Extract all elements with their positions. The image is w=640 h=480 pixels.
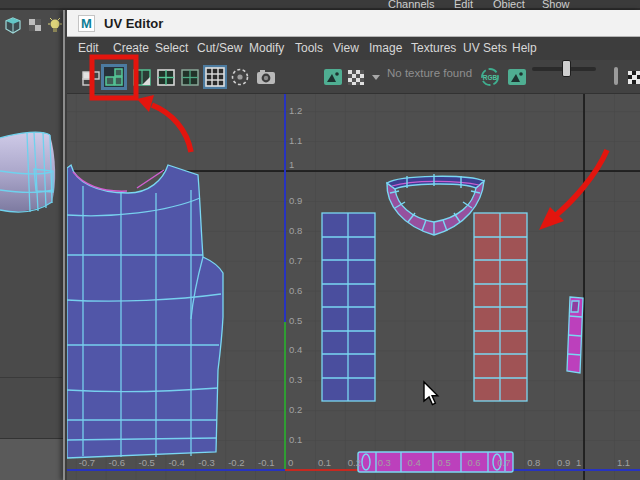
v-tick: 0.2 [289, 404, 302, 415]
menu-create[interactable]: Create [113, 41, 149, 55]
uv-editor-window: M UV Editor Edit Create Select Cut/Sew M… [63, 10, 640, 480]
u-tick: 0.2 [348, 457, 361, 468]
window-title: UV Editor [104, 16, 163, 31]
u-tick: 0.1 [318, 457, 331, 468]
menu-view[interactable]: View [333, 41, 359, 55]
u-tick: 0.3 [378, 457, 391, 468]
main-menu-strip: Channels Edit Object Show [0, 0, 640, 10]
statusline-icons [4, 16, 62, 36]
menu-modify[interactable]: Modify [249, 41, 284, 55]
lightbulb-icon[interactable] [48, 18, 62, 32]
u-tick: 1.1 [617, 457, 630, 468]
u-tick: -0.5 [139, 457, 155, 468]
menu-textures[interactable]: Textures [411, 41, 456, 55]
v-tick: 0.6 [289, 285, 302, 296]
uv-lattice-icon[interactable] [81, 67, 101, 87]
menu-uvsets[interactable]: UV Sets [463, 41, 507, 55]
v-tick: 1.2 [289, 105, 302, 116]
u-tick: -0.3 [198, 457, 214, 468]
menu-cutsew[interactable]: Cut/Sew [197, 41, 242, 55]
checker-map-icon[interactable] [346, 67, 366, 87]
uv-snapshot-camera-icon[interactable] [256, 67, 276, 87]
menu-tools[interactable]: Tools [295, 41, 323, 55]
uv-editor-menubar: Edit Create Select Cut/Sew Modify Tools … [67, 37, 640, 60]
uv-editor-toolbar: No texture found RGB [67, 60, 640, 94]
exposure-slider[interactable] [532, 67, 596, 71]
uv-shell-layout-icon[interactable] [101, 64, 127, 90]
small-strip-shell[interactable] [567, 297, 583, 373]
u-tick: -0.2 [228, 457, 244, 468]
v-tick: 0.9 [289, 195, 302, 206]
panel-divider [0, 377, 62, 378]
u-tick: -0.7 [79, 457, 95, 468]
cube-icon[interactable] [6, 18, 20, 33]
right-strip-shell[interactable] [474, 213, 527, 401]
u-tick: -0.6 [109, 457, 125, 468]
uv-viewport[interactable]: -0.7 -0.6 -0.5 -0.4 -0.3 -0.2 -0.1 0 0.1… [67, 94, 640, 480]
background-panel [0, 438, 63, 480]
vest-outline[interactable] [67, 165, 223, 458]
u-tick: 1 [576, 457, 581, 468]
v-tick: 0.7 [289, 255, 302, 266]
u-tick: 0.8 [527, 457, 540, 468]
left-strip-shell[interactable] [322, 213, 375, 401]
texture-status-label: No texture found [387, 67, 472, 79]
checkerboard-icon[interactable] [29, 19, 41, 31]
v-tick: 1 [289, 159, 294, 170]
u-tick: 0 [288, 457, 293, 468]
menu-channels[interactable]: Channels [388, 0, 434, 10]
v-tick: 0.3 [289, 374, 302, 385]
uv-half-select-icon[interactable] [132, 67, 152, 87]
menu-image[interactable]: Image [369, 41, 402, 55]
v-tick: 0.8 [289, 225, 302, 236]
image-range-icon[interactable] [507, 67, 527, 87]
menu-select[interactable]: Select [155, 41, 188, 55]
uv-editor-titlebar[interactable]: M UV Editor [67, 10, 640, 37]
u-tick: 0.7 [497, 457, 510, 468]
exposure-slider-handle[interactable] [562, 60, 571, 77]
u-tick: 0.4 [408, 457, 421, 468]
pixel-snap-grid-icon[interactable] [203, 65, 227, 89]
maya-main-window: Channels Edit Object Show [0, 0, 640, 480]
rgb-channels-icon[interactable]: RGB [480, 67, 500, 87]
grid-pane-dim-icon[interactable] [180, 67, 200, 87]
texture-dropdown-arrow[interactable] [371, 67, 381, 87]
grid-pane-icon[interactable] [156, 67, 176, 87]
v-tick: 1.1 [289, 135, 302, 146]
maya-logo-icon: M [78, 15, 95, 32]
v-tick: 0.4 [289, 344, 302, 355]
toolbar-separator-handle[interactable] [614, 67, 618, 85]
statusline-icons-svg [4, 16, 62, 36]
u-tick: 0.9 [557, 457, 570, 468]
menu-help[interactable]: Help [512, 41, 537, 55]
vest-shell[interactable] [67, 165, 223, 458]
menu-edit[interactable]: Edit [78, 41, 99, 55]
v-tick: 0.5 [289, 315, 302, 326]
menu-edit-main[interactable]: Edit [454, 0, 473, 10]
menu-show[interactable]: Show [542, 0, 570, 10]
uv-canvas: -0.7 -0.6 -0.5 -0.4 -0.3 -0.2 -0.1 0 0.1… [67, 94, 640, 480]
u-tick: -0.4 [168, 457, 184, 468]
u-tick: 0.6 [467, 457, 480, 468]
image-display-icon[interactable] [323, 67, 343, 87]
background-3d-mesh [0, 124, 60, 220]
menu-object[interactable]: Object [493, 0, 525, 10]
dashed-circle-icon[interactable] [230, 67, 250, 87]
u-tick: -0.1 [258, 457, 274, 468]
v-tick: 0.1 [289, 434, 302, 445]
image-ratio-icon[interactable] [625, 67, 640, 87]
rgb-label: RGB [483, 74, 498, 81]
u-tick: 0.5 [438, 457, 451, 468]
